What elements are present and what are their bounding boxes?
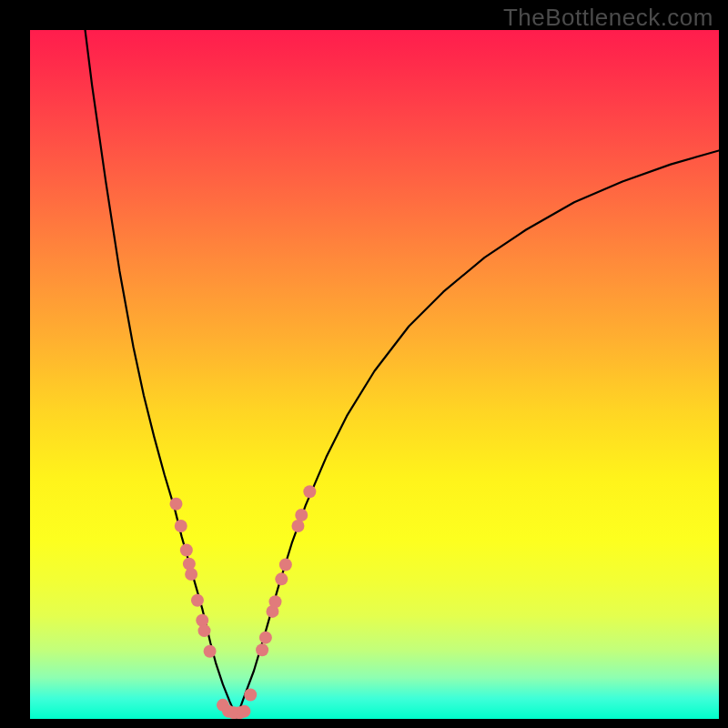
highlight-dot xyxy=(279,558,292,571)
chart-svg xyxy=(30,30,719,719)
plot-area xyxy=(30,30,719,719)
highlight-dot xyxy=(268,595,281,608)
highlight-dot xyxy=(244,689,257,702)
series-right-branch xyxy=(237,150,719,717)
highlight-dot xyxy=(191,594,204,607)
highlight-dot xyxy=(198,624,211,637)
highlight-dot xyxy=(256,643,268,656)
highlight-dot xyxy=(175,520,187,532)
series-left-branch xyxy=(86,30,238,717)
highlight-dot xyxy=(275,572,288,585)
highlight-dot xyxy=(169,498,182,511)
highlight-dot xyxy=(259,632,272,644)
highlight-dot xyxy=(204,645,217,658)
highlight-dot xyxy=(185,568,197,581)
highlight-dot xyxy=(291,520,304,532)
highlight-dot xyxy=(180,544,193,557)
highlight-dot xyxy=(295,509,308,521)
watermark-text: TheBottleneck.com xyxy=(503,4,713,32)
highlight-dot xyxy=(238,705,250,718)
highlight-dot xyxy=(303,485,316,498)
chart-frame: TheBottleneck.com xyxy=(0,0,728,728)
